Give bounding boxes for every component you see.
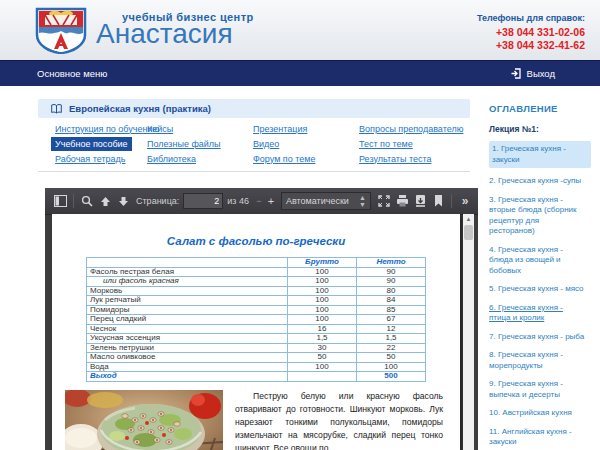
toc-item[interactable]: 8. Греческая кухня - морепродукты — [489, 350, 585, 371]
recipe-paragraph: Пеструю белую или красную фасоль отварив… — [235, 390, 443, 450]
course-header: Европейская кухня (практика) — [38, 99, 470, 118]
print-icon[interactable] — [393, 192, 411, 210]
recipe-table-body: Фасоль пестрая белая10090или фасоль крас… — [87, 267, 426, 381]
table-header-row: Брутто Нетто — [87, 258, 426, 268]
toc-item[interactable]: 10. Австрийская кухня — [489, 408, 585, 419]
col-header-name — [87, 258, 288, 268]
toc-item[interactable]: 11. Английская кухня - закуски — [489, 427, 585, 448]
course-link[interactable]: Результаты теста — [359, 154, 431, 164]
logout-label: Выход — [527, 61, 555, 86]
course-link[interactable]: Презентация — [253, 124, 307, 134]
table-row: Уксусная эссенция1,51,5 — [87, 334, 426, 344]
recipe-title: Салат с фасолью по-гречески — [52, 235, 460, 247]
select-caret-icon: ▲▼ — [359, 194, 366, 208]
col-header-brutto: Брутто — [288, 258, 357, 268]
toc-item[interactable]: 2. Греческая кухня -супы — [489, 176, 585, 187]
zoom-mode-value: Автоматически — [286, 196, 349, 206]
recipe-photo — [65, 390, 223, 450]
toc-lecture-label: Лекция №1: — [489, 124, 593, 134]
sidebar-toggle-icon[interactable] — [51, 192, 69, 210]
site-header: учебный бизнес центр Анастасия Телефоны … — [0, 0, 600, 60]
zoom-in-icon[interactable]: + — [265, 192, 277, 210]
table-row: Лук репчатый10084 — [87, 296, 426, 306]
course-link[interactable]: Вопросы преподавателю — [359, 124, 463, 134]
phones-block: Телефоны для справок: +38 044 331-02-06 … — [477, 13, 585, 52]
course-link[interactable]: Видео — [253, 139, 279, 149]
toc-item[interactable]: 5. Греческая кухня - мясо — [489, 284, 585, 295]
more-tools-icon[interactable]: » — [456, 192, 474, 210]
page-total: из 46 — [227, 196, 249, 206]
recipe-table: Брутто Нетто Фасоль пестрая белая10090ил… — [86, 257, 426, 382]
table-total-row: Выход500 — [87, 372, 426, 382]
toc-item[interactable]: 9. Греческая кухня - выпечка и десерты — [489, 379, 585, 400]
course-link[interactable]: Форум по теме — [253, 154, 315, 164]
zoom-out-icon[interactable]: − — [253, 192, 265, 210]
main-menu-button[interactable]: Основное меню — [37, 61, 107, 86]
toc-item[interactable]: 1. Греческая кухня - закуски — [489, 141, 591, 168]
logo-shield-icon — [35, 7, 87, 54]
toc-item[interactable]: 3. Греческая кухня - вторые блюда (сборн… — [489, 195, 585, 237]
course-title: Европейская кухня (практика) — [69, 103, 211, 114]
course-links: Инструкция по обучениюУчебное пособиеРаб… — [55, 121, 489, 166]
search-icon[interactable] — [78, 192, 96, 210]
page: учебный бизнес центр Анастасия Телефоны … — [0, 0, 600, 450]
logout-button[interactable]: Выход — [511, 61, 555, 86]
bookmark-icon[interactable] — [429, 192, 447, 210]
scroll-up-icon[interactable]: ▲ — [463, 214, 474, 224]
pdf-scrollbar[interactable]: ▲ — [463, 214, 474, 450]
page-down-icon[interactable] — [114, 192, 132, 210]
course-link[interactable]: Рабочая тетрадь — [55, 154, 126, 164]
phones-label: Телефоны для справок: — [477, 13, 585, 23]
page-up-icon[interactable] — [96, 192, 114, 210]
col-header-netto: Нетто — [357, 258, 426, 268]
course-link[interactable]: Полезные файлы — [147, 139, 221, 149]
course-link[interactable]: Учебное пособие — [51, 137, 132, 151]
navbar: Основное меню Выход — [0, 60, 600, 86]
scrollbar-thumb[interactable] — [464, 225, 473, 240]
course-link[interactable]: Кейсы — [147, 124, 173, 134]
toc-sidebar: ОГЛАВЛЕНИЕ Лекция №1: 1. Греческая кухня… — [489, 103, 593, 450]
phone-number: +38 044 332-41-62 — [477, 39, 585, 52]
fullscreen-icon[interactable] — [375, 192, 393, 210]
toc-item[interactable]: 7. Греческая кухня - рыба — [489, 332, 585, 343]
toc-item[interactable]: 6. Греческая кухня - птица и кролик — [489, 303, 585, 324]
book-icon — [51, 104, 62, 114]
phone-number: +38 044 331-02-06 — [477, 26, 585, 39]
zoom-mode-select[interactable]: Автоматически ▲▼ — [281, 192, 371, 210]
toc-list: 1. Греческая кухня - закуски2. Греческая… — [489, 141, 593, 450]
divider — [38, 171, 470, 172]
pdf-page: Салат с фасолью по-гречески Брутто Нетто… — [52, 214, 460, 450]
table-row: Масло оливковое5050 — [87, 353, 426, 363]
table-row: или фасоль красная10090 — [87, 277, 426, 287]
course-link[interactable]: Библиотека — [147, 154, 196, 164]
table-row: Вода100100 — [87, 362, 426, 372]
course-link[interactable]: Тест по теме — [359, 139, 413, 149]
page-label: Страница: — [136, 196, 179, 206]
table-row: Перец сладкий10067 — [87, 315, 426, 325]
toc-title: ОГЛАВЛЕНИЕ — [489, 103, 593, 114]
page-number-input[interactable] — [183, 193, 223, 209]
brand-name: Анастасия — [96, 20, 254, 48]
logout-icon — [511, 68, 522, 79]
download-icon[interactable] — [411, 192, 429, 210]
toc-item[interactable]: 4. Греческая кухня - блюда из овощей и б… — [489, 245, 585, 277]
pdf-body: Салат с фасолью по-гречески Брутто Нетто… — [45, 214, 478, 450]
pdf-toolbar: Страница: из 46 − + Автоматически ▲▼ — [45, 188, 478, 215]
course-link[interactable]: Инструкция по обучению — [55, 124, 159, 134]
doc-bottom: Пеструю белую или красную фасоль отварив… — [65, 390, 446, 450]
pdf-viewer: Страница: из 46 − + Автоматически ▲▼ — [45, 188, 478, 450]
brand: учебный бизнес центр Анастасия — [96, 11, 254, 48]
